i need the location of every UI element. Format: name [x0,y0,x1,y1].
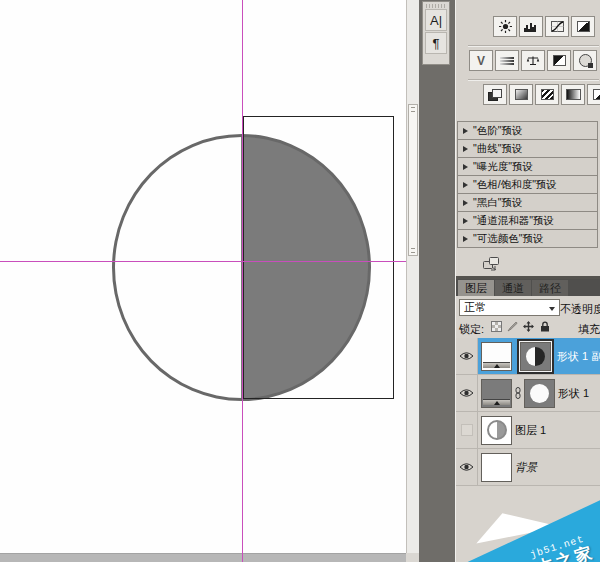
invert-icon[interactable] [483,84,507,105]
layer-fill-thumbnail[interactable] [481,379,512,408]
exposure-icon[interactable] [571,16,595,37]
curves-icon[interactable] [545,16,569,37]
layer-main[interactable]: 形状 1 [478,375,600,411]
vertical-scrollbar[interactable] [406,0,419,553]
adjustments-icon-row-3 [483,84,600,105]
collapse-triangle-icon[interactable] [463,146,468,152]
gradient-map-icon[interactable] [561,84,585,105]
brightness-contrast-icon[interactable] [493,16,517,37]
preset-levels[interactable]: "色阶"预设 [457,121,598,140]
tab-channels[interactable]: 通道 [495,280,531,296]
tab-paths[interactable]: 路径 [532,280,568,296]
preset-selective-color[interactable]: "可选颜色"预设 [457,229,598,248]
visibility-toggle[interactable] [456,412,478,448]
lock-transparency-icon[interactable] [491,321,502,332]
layer-thumbnail[interactable] [481,453,512,482]
visibility-toggle[interactable] [456,375,478,411]
lock-position-icon[interactable] [523,321,534,332]
levels-icon[interactable] [519,16,543,37]
layer-row-background[interactable]: 背景 [456,449,600,486]
blend-mode-select[interactable]: 正常 [459,299,560,316]
preset-black-white[interactable]: "黑白"预设 [457,193,598,212]
watermark-banner [456,478,600,562]
photo-filter-glyph [579,54,592,67]
layer-row-shape1[interactable]: 形状 1 [456,375,600,412]
photo-filter-icon[interactable] [573,50,597,71]
preset-hue-saturation[interactable]: "色相/饱和度"预设 [457,175,598,194]
horizontal-guide[interactable] [0,261,406,262]
layer-main[interactable]: 图层 1 [478,412,600,448]
vibrance-icon[interactable]: V [469,50,493,71]
preset-label: "曝光度"预设 [473,160,533,174]
preset-label: "通道混和器"预设 [473,214,554,228]
adjustments-icon-row-2: V [469,50,597,71]
layer-thumbnail[interactable] [481,416,512,445]
collapse-triangle-icon[interactable] [463,182,468,188]
visibility-toggle[interactable] [456,449,478,485]
adjustment-presets-list: "色阶"预设 "曲线"预设 "曝光度"预设 "色相/饱和度"预设 "黑白"预设 … [457,121,598,248]
black-white-icon[interactable] [547,50,571,71]
hue-sat-glyph [500,57,514,65]
lock-row: 锁定: 填充: [456,318,600,338]
sun-glyph [499,20,512,33]
lock-icons [491,321,551,332]
layer-row-shape1-copy[interactable]: 形状 1 副本 [456,338,600,375]
posterize-icon[interactable] [509,84,533,105]
lock-all-icon[interactable] [539,321,551,332]
right-panel: V [455,0,600,562]
eye-icon [459,462,474,472]
threshold-glyph [541,89,554,100]
selective-color-icon[interactable] [587,84,600,105]
eye-empty-well [461,424,473,436]
separator [468,79,599,80]
collapse-triangle-icon[interactable] [463,218,468,224]
eye-icon [459,351,474,361]
paragraph-panel-icon[interactable]: ¶ [425,32,447,54]
vertical-scrollbar-thumb[interactable] [408,104,418,256]
preset-channel-mixer[interactable]: "通道混和器"预设 [457,211,598,230]
adjustments-icon-row-1 [493,16,595,37]
preset-label: "色相/饱和度"预设 [473,178,557,192]
horizontal-scrollbar[interactable] [0,553,406,562]
layer-main[interactable]: 形状 1 副本 [478,338,600,374]
tab-layers[interactable]: 图层 [458,280,494,296]
panel-dock-strip: A| ¶ [419,0,455,562]
hue-saturation-icon[interactable] [495,50,519,71]
collapsed-panel-group: A| ¶ [422,1,450,65]
preset-exposure[interactable]: "曝光度"预设 [457,157,598,176]
blend-mode-row: 正常 不透明度: [456,296,600,318]
preset-label: "曲线"预设 [473,142,522,156]
preset-curves[interactable]: "曲线"预设 [457,139,598,158]
shape-bounding-box [243,116,394,399]
eye-icon [459,388,474,398]
vector-mask-thumbnail[interactable] [520,342,551,371]
separator [468,45,599,46]
expanded-view-icon[interactable] [483,257,500,275]
watermark-site: jb51.net [468,532,594,562]
color-balance-icon[interactable] [521,50,545,71]
panel-drag-grip[interactable] [426,4,446,8]
vertical-guide[interactable] [242,0,243,562]
link-icon [515,387,521,399]
fill-label: 填充: [578,322,600,337]
collapse-triangle-icon[interactable] [463,236,468,242]
exposure-glyph [577,21,590,32]
collapse-triangle-icon[interactable] [463,200,468,206]
character-panel-icon[interactable]: A| [425,9,447,31]
histogram-glyph [524,22,538,32]
collapse-triangle-icon[interactable] [463,128,468,134]
layer-row-layer1[interactable]: 图层 1 [456,412,600,449]
threshold-icon[interactable] [535,84,559,105]
visibility-toggle[interactable] [456,338,478,374]
lock-image-icon[interactable] [507,321,518,332]
vector-mask-thumbnail[interactable] [524,379,555,408]
posterize-glyph [515,89,528,100]
layer-name: 形状 1 副本 [557,349,600,364]
document-canvas[interactable] [0,0,406,553]
layers-list: 形状 1 副本 形状 1 [456,338,600,486]
collapse-triangle-icon[interactable] [463,164,468,170]
layer-main[interactable]: 背景 [478,449,600,485]
layer-fill-thumbnail[interactable] [481,342,512,371]
blend-mode-value: 正常 [464,300,486,315]
preset-label: "黑白"预设 [473,196,522,210]
